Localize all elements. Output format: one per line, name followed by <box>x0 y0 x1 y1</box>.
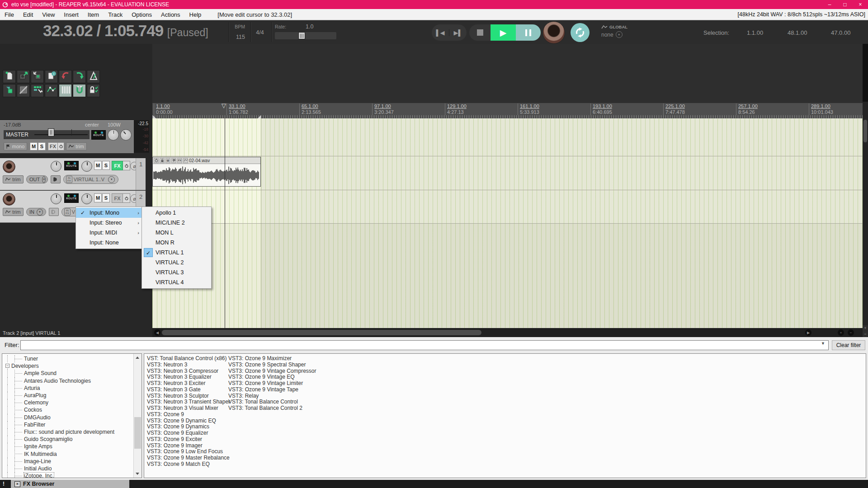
plugin-item[interactable]: VST3: Ozone 9 Maximizer <box>228 356 316 362</box>
tree-item-flux-sound-and-picture-development[interactable]: Flux:: sound and picture development <box>2 428 142 436</box>
menu-item-input-stereo[interactable]: Input: Stereo› <box>76 218 143 228</box>
track-lanes[interactable]: MFX 02-04.wav <box>152 118 863 328</box>
toolbar-locking-button[interactable] <box>17 84 30 97</box>
track-solo-button[interactable]: S <box>102 161 110 170</box>
track-mute-button[interactable]: M <box>94 161 102 170</box>
master-mono-button[interactable]: mono <box>4 142 27 150</box>
toolbar-item-grouping-button[interactable] <box>3 84 16 97</box>
record-button[interactable] <box>542 21 565 44</box>
go-to-end-button[interactable]: ▶▌ <box>449 29 467 36</box>
menu-view[interactable]: View <box>38 9 59 20</box>
plugin-item[interactable]: VST3: Neutron 3 Compressor <box>147 368 230 375</box>
track-route-button[interactable]: ROUTE <box>64 161 79 170</box>
track-volume-knob[interactable] <box>51 161 61 172</box>
tree-item-developers[interactable]: −Developers <box>2 362 142 370</box>
transport-time-display[interactable]: 32.3.02 / 1:05.749 [Paused] <box>43 22 208 40</box>
tree-item-fabfilter[interactable]: FabFilter <box>2 421 142 428</box>
plugin-item[interactable]: VST3: Ozone 9 Match EQ <box>147 461 230 468</box>
menu-file[interactable]: File <box>0 9 19 20</box>
tree-item-guido-scognamiglio[interactable]: Guido Scognamiglio <box>2 436 142 443</box>
scroll-up-icon[interactable] <box>136 357 139 359</box>
menu-item[interactable]: Item <box>83 9 104 20</box>
maximize-button[interactable]: □ <box>837 0 853 9</box>
submenu-item-virtual-2[interactable]: VIRTUAL 2 <box>142 258 211 267</box>
repeat-button[interactable] <box>571 23 590 42</box>
plugin-item[interactable]: VST3: Ozone 9 Master Rebalance <box>147 455 230 461</box>
plugin-item[interactable]: VST3: Tonal Balance Control <box>228 399 316 405</box>
tree-item-ample-sound[interactable]: Ample Sound <box>2 370 142 377</box>
pause-button[interactable] <box>516 24 541 41</box>
plugin-item[interactable]: VST3: Neutron 3 Transient Shaper <box>147 399 230 405</box>
master-pan-knob[interactable] <box>108 129 119 141</box>
track-mute-button[interactable]: M <box>94 193 102 202</box>
plugin-item[interactable]: VST3: Ozone 9 Equalizer <box>147 430 230 436</box>
track-pan-knob[interactable] <box>81 193 92 204</box>
master-fx-button[interactable]: FX <box>48 142 64 150</box>
tree-scroll-thumb[interactable] <box>134 417 141 449</box>
toolbar-redo-button[interactable] <box>73 70 86 83</box>
global-automation-block[interactable]: GLOBAL none ▼ <box>601 24 627 38</box>
plugin-item[interactable]: VST3: Ozone 9 Dynamic EQ <box>147 418 230 424</box>
trim-envelope-button[interactable]: trim <box>3 208 24 216</box>
stop-button[interactable] <box>469 24 491 41</box>
horizontal-scrollbar[interactable]: ◀ ▶ + − <box>152 328 863 337</box>
plugin-item[interactable]: VST3: Neutron 3 Exciter <box>147 380 230 387</box>
track-fx-button[interactable]: FX <box>112 161 130 170</box>
toolbar-undo-button[interactable] <box>59 70 72 83</box>
rate-slider[interactable] <box>275 32 336 39</box>
vzoom-in-button[interactable]: + <box>863 325 868 331</box>
tree-item-tuner[interactable]: Tuner <box>2 355 142 362</box>
item-env-icon[interactable] <box>183 158 188 163</box>
rate-value[interactable]: 1.0 <box>306 23 313 30</box>
output-button[interactable]: OUT▼ <box>26 175 48 183</box>
plugin-item[interactable]: VST3: Neutron 3 Equalizer <box>147 374 230 380</box>
menu-actions[interactable]: Actions <box>156 9 185 20</box>
scroll-down-icon[interactable] <box>136 473 139 475</box>
filter-input[interactable] <box>20 340 829 350</box>
input-fx-button[interactable]: INFX VIRTUAL 1..V ▼ <box>63 175 118 184</box>
scroll-right-button[interactable]: ▶ <box>805 329 811 336</box>
record-arm-button[interactable] <box>3 193 15 206</box>
tree-item-ignite-amps[interactable]: Ignite Amps <box>2 443 142 450</box>
master-width-knob[interactable] <box>120 129 132 141</box>
scroll-left-button[interactable]: ◀ <box>154 329 160 336</box>
fx-browser-tab[interactable]: × FX Browser <box>11 480 129 488</box>
tree-item-antares-audio-technologies[interactable]: Antares Audio Technologies <box>2 377 142 385</box>
master-fader[interactable]: MASTER <box>4 130 90 139</box>
timeline-ruler[interactable]: 1.1.000:00.0033.1.001:06.78265.1.002:13.… <box>152 103 863 118</box>
toolbar-metronome-button[interactable] <box>87 70 100 83</box>
track-pan-knob[interactable] <box>81 161 92 172</box>
submenu-item-virtual-1[interactable]: ✓ VIRTUAL 1 <box>142 248 211 258</box>
selection-value-2[interactable]: 48.1.00 <box>788 29 807 36</box>
track-panel-1[interactable]: ROUTE M S FX ø trim OUT▼ INFX VIRTUAL <box>0 158 146 190</box>
item-fx-icon[interactable]: FX <box>177 158 182 163</box>
rate-slider-handle[interactable] <box>298 32 305 39</box>
menu-insert[interactable]: Insert <box>59 9 83 20</box>
toolbar-new-project-button[interactable] <box>3 70 16 83</box>
tree-item-izotope-inc[interactable]: iZotope, Inc. <box>2 472 142 478</box>
toolbar-lock-settings-button[interactable] <box>87 84 100 97</box>
record-arm-button[interactable] <box>3 160 15 173</box>
track-fx-button[interactable]: FX <box>112 193 130 203</box>
item-mute-icon[interactable]: M <box>165 158 170 163</box>
menu-item-input-midi[interactable]: Input: MIDI› <box>76 228 143 238</box>
master-track-panel[interactable]: -17.0dB center 100W MASTER ROUTE mono M … <box>0 120 134 153</box>
plugin-item[interactable]: VST3: Ozone 9 Spectral Shaper <box>228 362 316 368</box>
plugin-item[interactable]: VST3: Ozone 9 Vintage EQ <box>228 374 316 380</box>
menu-item-input-mono[interactable]: ✓ Input: Mono› <box>76 208 143 218</box>
track-number[interactable]: 1 <box>136 158 146 190</box>
toolbar-snap-button[interactable] <box>73 84 86 97</box>
clear-filter-button[interactable]: Clear filter <box>832 340 865 350</box>
toolbar-project-settings-button[interactable]: i <box>45 70 58 83</box>
menu-options[interactable]: Options <box>127 9 156 20</box>
monitor-button[interactable] <box>51 175 61 183</box>
master-fader-handle[interactable] <box>48 128 54 136</box>
plugin-item[interactable]: VST3: Ozone 9 <box>147 412 230 418</box>
selection-value-1[interactable]: 1.1.00 <box>747 29 763 36</box>
horizontal-scroll-thumb[interactable] <box>162 330 481 335</box>
plugin-item[interactable]: VST3: Ozone 9 Imager <box>147 443 230 449</box>
plugin-item[interactable]: VST3: Ozone 9 Vintage Limiter <box>228 380 316 387</box>
master-solo-button[interactable]: S <box>38 142 46 150</box>
track-solo-button[interactable]: S <box>102 193 110 202</box>
tree-item-ik-multimedia[interactable]: IK Multimedia <box>2 450 142 457</box>
